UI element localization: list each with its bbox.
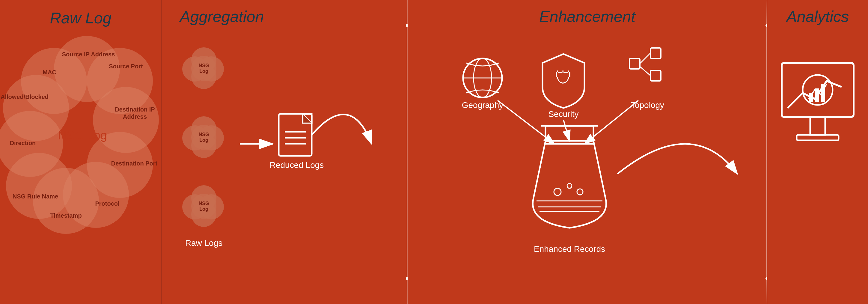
svg-text:Topology: Topology (631, 100, 664, 110)
svg-line-64 (640, 53, 650, 64)
svg-text:NSG Log: NSG Log (58, 129, 107, 142)
svg-text:Destination IP: Destination IP (115, 106, 155, 113)
svg-text:NSG: NSG (199, 132, 209, 137)
svg-point-27 (191, 56, 216, 81)
svg-text:Log: Log (199, 69, 208, 74)
svg-rect-63 (650, 70, 661, 81)
svg-text:🛡: 🛡 (555, 68, 572, 88)
svg-line-65 (640, 66, 650, 75)
svg-text:NSG Rule Name: NSG Rule Name (12, 193, 58, 200)
svg-text:Timestamp: Timestamp (50, 212, 82, 219)
enhancement-panel: Enhancement Geography 🛡 Security (408, 0, 767, 304)
aggregation-panel: Aggregation NSG Log NSG Log (162, 0, 408, 304)
svg-text:NSG: NSG (199, 201, 209, 206)
svg-text:Reduced Logs: Reduced Logs (270, 160, 324, 170)
svg-line-69 (585, 100, 639, 144)
svg-text:Allowed/Blocked: Allowed/Blocked (1, 94, 49, 100)
svg-rect-81 (797, 135, 839, 140)
svg-text:Address: Address (123, 113, 147, 120)
left-panel: Raw Log MAC Source IP Address Source Por… (0, 0, 162, 304)
svg-text:Geography: Geography (462, 100, 503, 110)
svg-point-76 (567, 183, 572, 188)
svg-text:Log: Log (199, 138, 208, 143)
svg-text:Enhanced Records: Enhanced Records (534, 244, 605, 254)
svg-text:Source IP Address: Source IP Address (62, 51, 115, 58)
svg-text:MAC: MAC (42, 69, 56, 75)
svg-rect-80 (810, 117, 825, 135)
svg-text:Security: Security (548, 110, 579, 119)
analytics-panel: Analytics (767, 0, 868, 304)
svg-line-68 (563, 120, 569, 141)
svg-point-34 (191, 125, 216, 150)
separator-line (407, 0, 407, 304)
svg-text:Destination Port: Destination Port (111, 160, 158, 167)
svg-text:Protocol: Protocol (95, 200, 119, 207)
svg-rect-61 (629, 58, 640, 69)
svg-point-77 (577, 189, 583, 195)
svg-text:Direction: Direction (10, 140, 36, 146)
svg-text:NSG: NSG (199, 63, 209, 68)
enhancement-title: Enhancement (539, 7, 636, 26)
svg-marker-51 (303, 114, 312, 123)
aggregation-title: Aggregation (180, 7, 264, 26)
analytics-title: Analytics (786, 7, 849, 26)
svg-text:Raw Logs: Raw Logs (185, 238, 223, 248)
svg-text:Log: Log (199, 207, 208, 212)
svg-point-75 (554, 188, 561, 195)
svg-text:Source Port: Source Port (109, 63, 143, 69)
svg-point-41 (191, 194, 216, 219)
svg-rect-62 (650, 48, 661, 58)
